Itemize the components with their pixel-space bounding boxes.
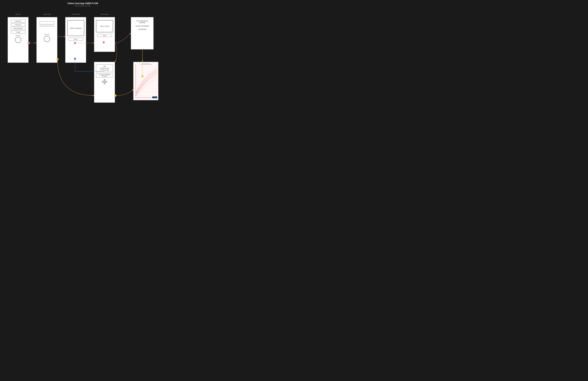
svg-text:Length-for-age and Weight-for-: Length-for-age and Weight-for-age percen…	[140, 64, 152, 65]
dot-signup-to-login	[28, 42, 30, 44]
login-field2[interactable]	[40, 25, 54, 26]
dot-login-touchid	[56, 58, 59, 60]
screen-info: CDC Appointment Schedule Vaccine informa…	[131, 17, 154, 50]
msg-text: You have 2 UNREAD Messages	[99, 74, 110, 77]
label-onboard2: Onboarding	[94, 13, 115, 15]
label-signup: Sign Up	[7, 13, 29, 15]
login-field1[interactable]: ...	[40, 21, 54, 24]
select-language-label: Select Language	[70, 27, 82, 29]
screen-onboard1: Select Language Done!	[65, 17, 86, 63]
touch-id-circle-signup	[15, 37, 21, 43]
done-btn-onboard1[interactable]: Done!	[68, 38, 83, 41]
touch-id-label-login: Touch ID	[38, 34, 56, 35]
password-field[interactable]: Password	[11, 23, 25, 26]
info-item3: CALENDAR	[133, 29, 151, 30]
header: Yellow Card App USER FLOW bilal | Februa…	[0, 0, 165, 8]
plus-icon	[102, 79, 107, 84]
phone-field[interactable]: Phone Number	[11, 27, 25, 30]
label-login: Login Page	[36, 13, 58, 15]
plus-h	[102, 81, 107, 82]
screen-signup: Username Password Phone Number Google To…	[7, 17, 29, 63]
appt-box: 9AM Appintment with Dr Lindsay Page	[96, 64, 113, 72]
screen-dashboard: 9AM Appintment with Dr Lindsay Page You …	[94, 62, 115, 103]
dot-login-to-onboard1	[74, 42, 76, 44]
touch-id-circle-login	[44, 36, 50, 42]
username-field[interactable]: Username	[11, 20, 25, 23]
label-onboard1: Onboarding	[65, 13, 86, 15]
done-btn-onboard2[interactable]: Done!	[97, 34, 112, 37]
dot-blue-onboard1	[74, 58, 76, 60]
info-item2: Vaccine informatio0n	[133, 25, 151, 27]
screen-login: ... Touch ID	[36, 17, 58, 63]
chart-inner: CDC Birth to 24 months: Girls Length-for…	[133, 62, 158, 100]
growth-chart-svg: CDC Birth to 24 months: Girls Length-for…	[133, 62, 158, 100]
video-box: Video Tutorial	[96, 20, 113, 32]
page-title: Yellow Card App USER FLOW	[0, 2, 165, 5]
appt-text: 9AM Appintment with Dr Lindsay Page	[97, 65, 112, 71]
info-item1: CDC Appointment Schedule	[133, 20, 151, 23]
page-subtitle: bilal | February 24, 2020	[0, 5, 165, 7]
video-label: Video Tutorial	[100, 25, 109, 27]
google-field[interactable]: Google	[11, 31, 25, 34]
svg-text:CDC: CDC	[154, 97, 156, 98]
dot-info-chart	[141, 75, 144, 77]
dot-onboard2-flow	[103, 41, 105, 43]
flow-area: Sign Up Login Page Onboarding Onboarding…	[0, 11, 165, 107]
msg-box: You have 2 UNREAD Messages	[96, 73, 113, 78]
screen-chart: CDC Birth to 24 months: Girls Length-for…	[133, 62, 159, 100]
screen-onboard2: Video Tutorial Done!	[94, 17, 115, 52]
touch-id-label-signup: Touch ID	[9, 35, 27, 36]
svg-text:Birth to 24 months: Girls: Birth to 24 months: Girls	[142, 63, 149, 64]
select-language-box: Select Language	[67, 20, 84, 36]
dot-dashboard-chart	[114, 95, 116, 97]
